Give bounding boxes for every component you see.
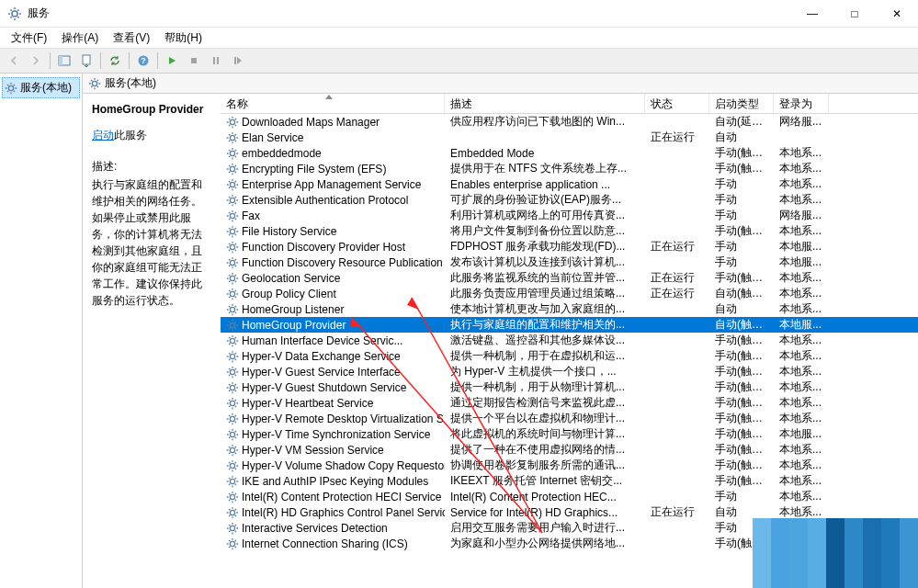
service-row[interactable]: Intel(R) Content Protection HECI Service… xyxy=(221,489,918,504)
service-description: 此服务将监视系统的当前位置并管... xyxy=(445,270,645,286)
pane-header-title: 服务(本地) xyxy=(105,75,156,91)
service-logon: 本地系... xyxy=(774,333,829,348)
service-logon: 本地系... xyxy=(774,411,829,426)
service-row[interactable]: Fax利用计算机或网络上的可用传真资...手动网络服... xyxy=(221,208,918,223)
column-header-startup[interactable]: 启动类型 xyxy=(709,94,774,113)
service-startup: 手动 xyxy=(709,192,774,208)
menu-action[interactable]: 操作(A) xyxy=(54,28,106,48)
gear-icon xyxy=(226,163,239,175)
service-row[interactable]: Hyper-V Time Synchronization Service将此虚拟… xyxy=(221,426,918,442)
service-row[interactable]: Group Policy Client此服务负责应用管理员通过组策略...正在运… xyxy=(221,286,918,301)
service-row[interactable]: Hyper-V Volume Shadow Copy Requestor协调使用… xyxy=(221,458,918,473)
service-row[interactable]: Hyper-V Guest Shutdown Service提供一种机制，用于从… xyxy=(221,379,918,395)
minimize-button[interactable]: — xyxy=(791,0,833,28)
titlebar: 服务 — □ ✕ xyxy=(0,0,918,28)
service-row[interactable]: Enterprise App Management ServiceEnables… xyxy=(221,176,918,192)
tree-node-services-local[interactable]: 服务(本地) xyxy=(2,77,80,98)
service-row[interactable]: Hyper-V Data Exchange Service提供一种机制，用于在虚… xyxy=(221,348,918,364)
gear-icon xyxy=(226,272,239,285)
service-logon: 本地系... xyxy=(774,473,829,489)
service-startup: 手动(触发... xyxy=(709,473,774,489)
service-startup: 手动(触发... xyxy=(709,364,774,379)
service-row[interactable]: IKE and AuthIP IPsec Keying ModulesIKEEX… xyxy=(221,473,918,489)
service-name: File History Service xyxy=(242,225,336,238)
toolbar-separator xyxy=(100,52,101,69)
pause-service-button[interactable] xyxy=(206,51,226,71)
service-name: Group Policy Client xyxy=(242,288,336,300)
gear-icon xyxy=(226,459,239,472)
svg-rect-8 xyxy=(217,57,219,64)
show-hide-button[interactable] xyxy=(54,51,74,71)
menu-file[interactable]: 文件(F) xyxy=(4,28,54,48)
svg-rect-9 xyxy=(234,57,236,64)
gear-icon xyxy=(5,82,17,95)
service-row[interactable]: Downloaded Maps Manager供应用程序访问已下载地图的 Win… xyxy=(221,114,918,130)
service-row[interactable]: Elan Service正在运行自动 xyxy=(221,130,918,145)
gear-icon xyxy=(226,178,239,191)
toolbar: ? xyxy=(0,48,918,74)
service-startup: 手动 xyxy=(709,239,774,254)
services-icon xyxy=(7,6,22,21)
stop-service-button[interactable] xyxy=(184,51,204,71)
export-button[interactable] xyxy=(76,51,96,71)
service-row[interactable]: Function Discovery Resource Publication发… xyxy=(221,254,918,270)
service-description: 提供一种机制，用于从物理计算机... xyxy=(445,379,645,395)
service-description: 为 Hyper-V 主机提供一个接口，... xyxy=(445,364,645,379)
column-header-logon[interactable]: 登录为 xyxy=(774,94,829,113)
column-header-description[interactable]: 描述 xyxy=(445,94,645,113)
restart-service-button[interactable] xyxy=(228,51,248,71)
service-row[interactable]: Hyper-V VM Session Service提供了一种在不使用虚拟网络的… xyxy=(221,442,918,458)
close-button[interactable]: ✕ xyxy=(876,0,918,28)
service-startup: 手动 xyxy=(709,208,774,223)
service-name: Human Interface Device Servic... xyxy=(242,334,402,347)
gear-icon xyxy=(226,522,239,535)
service-startup: 手动(触发... xyxy=(709,223,774,239)
column-header-status[interactable]: 状态 xyxy=(645,94,709,113)
service-status: 正在运行 xyxy=(645,504,709,520)
service-row[interactable]: Hyper-V Guest Service Interface为 Hyper-V… xyxy=(221,364,918,379)
service-name: Downloaded Maps Manager xyxy=(242,116,380,129)
refresh-button[interactable] xyxy=(105,51,125,71)
service-logon: 本地系... xyxy=(774,395,829,411)
service-status: 正在运行 xyxy=(645,239,709,254)
nav-back-button[interactable] xyxy=(4,51,24,71)
service-startup: 自动(触发... xyxy=(709,286,774,301)
nav-forward-button[interactable] xyxy=(26,51,46,71)
service-description: 执行与家庭组的配置和维护相关的... xyxy=(445,317,645,333)
service-row[interactable]: Human Interface Device Servic...激活键盘、遥控器… xyxy=(221,333,918,348)
service-status: 正在运行 xyxy=(645,286,709,301)
start-service-link[interactable]: 启动 xyxy=(92,129,114,141)
service-name: Intel(R) Content Protection HECI Service xyxy=(242,491,441,503)
gear-icon xyxy=(226,288,239,300)
service-logon: 本地系... xyxy=(774,489,829,504)
start-service-button[interactable] xyxy=(162,51,182,71)
service-description: 使本地计算机更改与加入家庭组的... xyxy=(445,301,645,317)
column-header-name[interactable]: 名称 xyxy=(221,94,445,113)
service-logon: 本地系... xyxy=(774,442,829,458)
menu-view[interactable]: 查看(V) xyxy=(106,28,157,48)
service-row[interactable]: Extensible Authentication Protocol可扩展的身份… xyxy=(221,192,918,208)
service-row[interactable]: Hyper-V Remote Desktop Virtualization S.… xyxy=(221,411,918,426)
tree-node-label: 服务(本地) xyxy=(20,80,72,96)
maximize-button[interactable]: □ xyxy=(833,0,876,28)
service-name: Hyper-V VM Session Service xyxy=(242,444,384,457)
service-startup: 手动(触发... xyxy=(709,458,774,473)
service-description: Service for Intel(R) HD Graphics... xyxy=(445,506,645,519)
service-startup: 手动(触发... xyxy=(709,411,774,426)
service-row[interactable]: File History Service将用户文件复制到备份位置以防意...手动… xyxy=(221,223,918,239)
detail-panel: HomeGroup Provider 启动此服务 描述: 执行与家庭组的配置和维… xyxy=(83,94,221,588)
service-description: 将用户文件复制到备份位置以防意... xyxy=(445,223,645,239)
help-button[interactable]: ? xyxy=(133,51,153,71)
service-row[interactable]: Encrypting File System (EFS)提供用于在 NTFS 文… xyxy=(221,161,918,176)
service-description: 协调使用卷影复制服务所需的通讯... xyxy=(445,458,645,473)
service-row[interactable]: HomeGroup Provider执行与家庭组的配置和维护相关的...自动(触… xyxy=(221,317,918,333)
service-row[interactable]: embeddedmodeEmbedded Mode手动(触发...本地系... xyxy=(221,145,918,161)
service-name: Extensible Authentication Protocol xyxy=(242,194,408,207)
menu-help[interactable]: 帮助(H) xyxy=(157,28,210,48)
gear-icon xyxy=(88,77,101,90)
service-row[interactable]: Function Discovery Provider HostFDPHOST … xyxy=(221,239,918,254)
service-row[interactable]: Hyper-V Heartbeat Service通过定期报告检测信号来监视此虚… xyxy=(221,395,918,411)
service-row[interactable]: Geolocation Service此服务将监视系统的当前位置并管...正在运… xyxy=(221,270,918,286)
service-row[interactable]: HomeGroup Listener使本地计算机更改与加入家庭组的...自动本地… xyxy=(221,301,918,317)
service-name: Interactive Services Detection xyxy=(242,522,388,535)
